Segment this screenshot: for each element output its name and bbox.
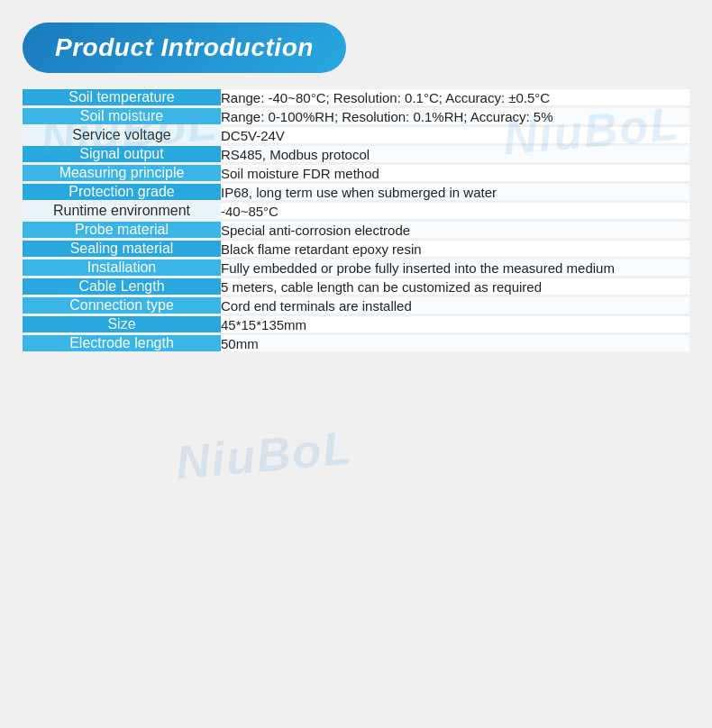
- table-row: Signal outputRS485, Modbus protocol: [23, 145, 689, 164]
- label-cell: Installation: [23, 259, 221, 278]
- table-row: Size45*15*135mm: [23, 315, 689, 334]
- value-cell: Range: 0-100%RH; Resolution: 0.1%RH; Acc…: [221, 107, 689, 126]
- value-cell: 45*15*135mm: [221, 315, 689, 334]
- specs-table: Soil temperatureRange: -40~80°C; Resolut…: [23, 89, 689, 354]
- page-wrapper: NiuBoL NiuBoL NiuBoL Product Introductio…: [14, 14, 698, 363]
- label-cell: Probe material: [23, 221, 221, 240]
- label-cell: Size: [23, 315, 221, 334]
- table-row: Soil temperatureRange: -40~80°C; Resolut…: [23, 89, 689, 107]
- value-cell: -40~85°C: [221, 202, 689, 221]
- table-row: Soil moistureRange: 0-100%RH; Resolution…: [23, 107, 689, 126]
- value-cell: DC5V-24V: [221, 126, 689, 145]
- label-cell: Connection type: [23, 296, 221, 315]
- page-title: Product Introduction: [55, 33, 314, 62]
- value-cell: Black flame retardant epoxy resin: [221, 240, 689, 259]
- label-cell: Electrode length: [23, 334, 221, 353]
- table-row: Service voltageDC5V-24V: [23, 126, 689, 145]
- watermark-3: NiuBoL: [174, 421, 355, 490]
- table-row: Connection typeCord end terminals are in…: [23, 296, 689, 315]
- label-cell: Service voltage: [23, 126, 221, 145]
- value-cell: Soil moisture FDR method: [221, 164, 689, 183]
- table-row: Probe materialSpecial anti-corrosion ele…: [23, 221, 689, 240]
- value-cell: IP68, long term use when submerged in wa…: [221, 183, 689, 202]
- table-row: Cable Length5 meters, cable length can b…: [23, 278, 689, 296]
- value-cell: RS485, Modbus protocol: [221, 145, 689, 164]
- label-cell: Signal output: [23, 145, 221, 164]
- label-cell: Protection grade: [23, 183, 221, 202]
- table-row: Runtime environment-40~85°C: [23, 202, 689, 221]
- value-cell: 50mm: [221, 334, 689, 353]
- table-row: Sealing materialBlack flame retardant ep…: [23, 240, 689, 259]
- table-row: Measuring principleSoil moisture FDR met…: [23, 164, 689, 183]
- value-cell: Fully embedded or probe fully inserted i…: [221, 259, 689, 278]
- label-cell: Measuring principle: [23, 164, 221, 183]
- label-cell: Soil temperature: [23, 89, 221, 107]
- label-cell: Sealing material: [23, 240, 221, 259]
- label-cell: Soil moisture: [23, 107, 221, 126]
- table-row: InstallationFully embedded or probe full…: [23, 259, 689, 278]
- label-cell: Runtime environment: [23, 202, 221, 221]
- label-cell: Cable Length: [23, 278, 221, 296]
- title-banner: Product Introduction: [23, 23, 346, 73]
- value-cell: Special anti-corrosion electrode: [221, 221, 689, 240]
- value-cell: Cord end terminals are installed: [221, 296, 689, 315]
- table-row: Electrode length50mm: [23, 334, 689, 353]
- value-cell: Range: -40~80°C; Resolution: 0.1°C; Accu…: [221, 89, 689, 107]
- table-row: Protection gradeIP68, long term use when…: [23, 183, 689, 202]
- value-cell: 5 meters, cable length can be customized…: [221, 278, 689, 296]
